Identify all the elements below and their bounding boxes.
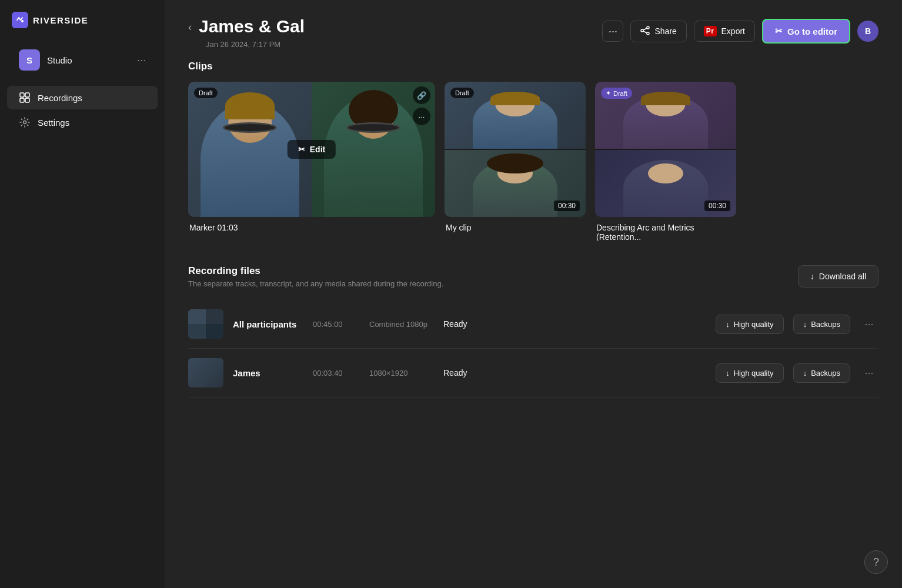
scissors-edit-icon: ✂: [298, 145, 305, 154]
sidebar-item-recordings[interactable]: Recordings: [7, 86, 158, 109]
page-header: ‹ James & Gal Jan 26 2024, 7:17 PM ··· S…: [165, 0, 902, 61]
clip-badge-1: Draft: [194, 88, 218, 98]
header-actions: ··· Share Pr Export ✂: [602, 19, 878, 44]
export-icon: Pr: [704, 26, 717, 36]
share-label: Share: [654, 26, 676, 36]
clip-duration-2: 00:30: [554, 201, 580, 211]
download-all-button[interactable]: ↓ Download all: [798, 265, 878, 288]
clip-duration-3: 00:30: [704, 201, 730, 211]
clip-badge-2: Draft: [450, 88, 474, 98]
page-title: James & Gal: [199, 16, 305, 36]
sidebar: RIVERSIDE S Studio ··· Recordings: [0, 0, 165, 588]
download-all-label: Download all: [819, 272, 866, 281]
recording-status-james: Ready: [443, 368, 706, 377]
back-button[interactable]: ‹: [188, 21, 192, 34]
clip-link-icon[interactable]: 🔗: [413, 86, 430, 104]
backups-label-all: Backups: [811, 320, 840, 329]
row-more-button-all[interactable]: ···: [860, 315, 878, 333]
edit-label: Edit: [310, 145, 325, 154]
share-icon: [640, 26, 650, 37]
clips-grid: ✂ Edit Draft 🔗 ··· Marker 01:03: [188, 82, 878, 242]
go-to-editor-button[interactable]: ✂ Go to editor: [762, 19, 850, 44]
svg-point-6: [647, 26, 649, 29]
edit-overlay[interactable]: ✂ Edit: [288, 140, 336, 159]
backups-button-james[interactable]: ↓ Backups: [793, 363, 850, 383]
sidebar-logo: RIVERSIDE: [0, 12, 165, 42]
svg-point-8: [647, 32, 649, 35]
row-more-button-james[interactable]: ···: [860, 363, 878, 382]
download-hq-icon-james: ↓: [726, 369, 730, 377]
content-area: Clips: [165, 61, 902, 421]
go-editor-label: Go to editor: [787, 26, 837, 36]
user-avatar[interactable]: B: [857, 21, 878, 42]
clip-card-2[interactable]: Draft 00:30 My clip: [445, 82, 586, 242]
recording-row-all-participants: All participants 00:45:00 Combined 1080p…: [188, 300, 878, 349]
recording-files-desc: The separate tracks, transcript, and any…: [188, 279, 443, 288]
download-backup-icon-james: ↓: [803, 369, 807, 377]
clip-actions-1: 🔗 ···: [413, 86, 430, 125]
studio-avatar: S: [19, 49, 40, 71]
recording-thumb-james: [188, 358, 223, 387]
recording-name-all: All participants: [233, 319, 303, 329]
recording-status-all: Ready: [443, 319, 706, 329]
recording-files-section: Recording files The separate tracks, tra…: [188, 265, 878, 397]
svg-point-5: [24, 121, 26, 124]
recording-thumb-all: [188, 309, 223, 339]
clip-name-2: My clip: [445, 223, 586, 232]
help-button[interactable]: ?: [864, 550, 888, 574]
svg-point-7: [641, 29, 643, 32]
recording-files-info: Recording files The separate tracks, tra…: [188, 265, 443, 288]
logo-icon: [12, 12, 28, 28]
more-options-button[interactable]: ···: [602, 21, 623, 42]
header-left: ‹ James & Gal Jan 26 2024, 7:17 PM: [188, 16, 305, 49]
sidebar-recordings-label: Recordings: [38, 93, 82, 103]
back-title-row: ‹ James & Gal: [188, 16, 305, 36]
recording-quality-all: Combined 1080p: [369, 320, 434, 329]
clips-section: Clips: [188, 61, 878, 242]
settings-icon: [19, 116, 31, 128]
export-label: Export: [721, 26, 745, 36]
svg-rect-4: [25, 98, 29, 102]
page-date: Jan 26 2024, 7:17 PM: [188, 40, 305, 49]
download-hq-icon-all: ↓: [726, 320, 730, 329]
recording-duration-james: 00:03:40: [313, 369, 360, 377]
clip-card-3[interactable]: ✦ Draft 00:30 Describing Arc and Metrics…: [595, 82, 736, 242]
svg-rect-2: [25, 93, 29, 97]
sidebar-item-settings[interactable]: Settings: [7, 111, 158, 134]
clip-card-1[interactable]: ✂ Edit Draft 🔗 ··· Marker 01:03: [188, 82, 435, 242]
recording-name-james: James: [233, 368, 303, 378]
download-all-icon: ↓: [810, 272, 814, 281]
high-quality-button-all[interactable]: ↓ High quality: [716, 315, 783, 334]
logo-text: RIVERSIDE: [33, 15, 88, 25]
recording-quality-james: 1080×1920: [369, 369, 434, 377]
studio-label: Studio: [47, 55, 130, 65]
svg-point-0: [21, 20, 24, 22]
svg-line-10: [643, 31, 647, 33]
high-quality-label-all: High quality: [734, 320, 774, 329]
ai-sparkle-icon: ✦: [606, 89, 611, 97]
recording-files-header: Recording files The separate tracks, tra…: [188, 265, 878, 288]
studio-more-icon[interactable]: ···: [137, 54, 146, 66]
export-button[interactable]: Pr Export: [694, 21, 755, 42]
download-backup-icon-all: ↓: [803, 320, 807, 329]
backups-button-all[interactable]: ↓ Backups: [793, 315, 850, 334]
clips-section-title: Clips: [188, 61, 878, 72]
clip-name-3: Describing Arc and Metrics (Retention...: [595, 223, 736, 242]
clip-name-1: Marker 01:03: [188, 223, 435, 232]
scissors-icon: ✂: [775, 26, 783, 36]
high-quality-label-james: High quality: [734, 369, 774, 377]
recordings-icon: [19, 92, 31, 103]
svg-line-9: [643, 28, 647, 30]
clip-badge-3: ✦ Draft: [601, 88, 632, 99]
recording-files-title: Recording files: [188, 265, 443, 277]
svg-rect-1: [20, 93, 24, 97]
backups-label-james: Backups: [811, 369, 840, 377]
svg-rect-3: [20, 98, 24, 102]
sidebar-settings-label: Settings: [38, 118, 69, 128]
recording-row-james: James 00:03:40 1080×1920 Ready ↓ High qu…: [188, 349, 878, 397]
main-content: ‹ James & Gal Jan 26 2024, 7:17 PM ··· S…: [165, 0, 902, 588]
studio-item[interactable]: S Studio ···: [7, 42, 158, 78]
high-quality-button-james[interactable]: ↓ High quality: [716, 363, 783, 383]
share-button[interactable]: Share: [630, 21, 686, 42]
clip-more-icon[interactable]: ···: [413, 108, 430, 125]
